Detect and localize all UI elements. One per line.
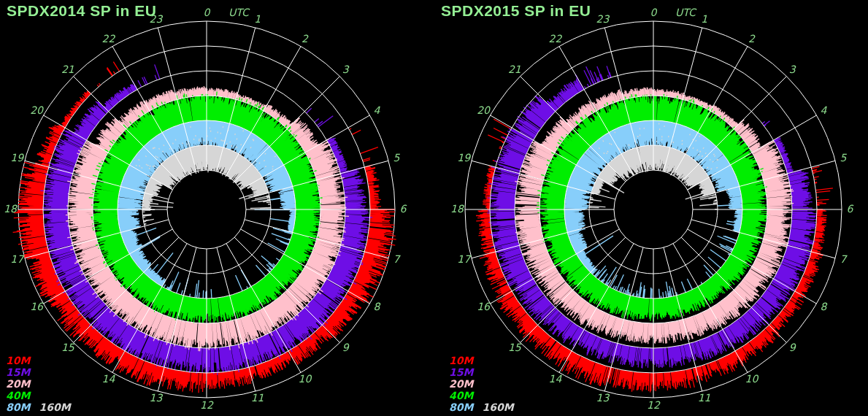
legend-label-10m: 10M [449,355,473,366]
legend-label-40m: 40M [6,390,30,401]
legend-label-80m: 80M [449,401,473,413]
chart-panel-2014: SPDX2014 SP in EU 10M 15M 20M 40M 80M160… [0,0,434,416]
legend-label-15m: 15M [449,366,473,378]
band-legend-2014: 10M 15M 20M 40M 80M160M [6,355,71,413]
polar-chart-canvas-2014 [0,0,434,416]
legend-label-40m: 40M [449,390,473,401]
legend-label-20m: 20M [6,378,30,390]
screenshot-root: { "page": { "background": "#000000" }, "… [0,0,868,416]
polar-chart-canvas-2015 [434,0,868,416]
chart-title-2015: SPDX2015 SP in EU [441,2,591,20]
legend-label-20m: 20M [449,378,473,390]
legend-label-80m: 80M [6,401,30,413]
legend-label-15m: 15M [6,366,30,378]
chart-panel-2015: SPDX2015 SP in EU 10M 15M 20M 40M 80M160… [434,0,868,416]
legend-label-10m: 10M [6,355,30,366]
legend-label-160m: 160M [39,401,70,413]
band-legend-2015: 10M 15M 20M 40M 80M160M [449,355,514,413]
legend-label-160m: 160M [482,401,513,413]
dual-polar-charts: SPDX2014 SP in EU 10M 15M 20M 40M 80M160… [0,0,868,416]
chart-title-2014: SPDX2014 SP in EU [7,2,156,20]
